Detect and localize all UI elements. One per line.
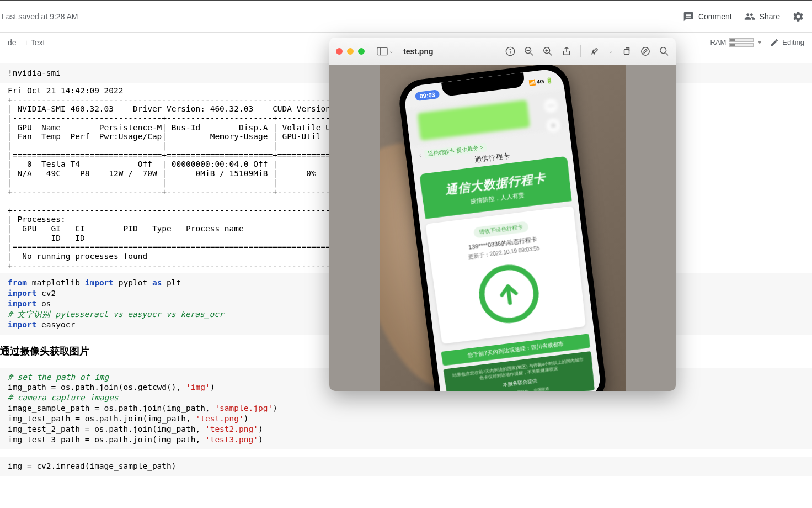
markup-dropdown-icon[interactable]: ⌄ [608,48,613,54]
preview-image-area: 09:03 📶 4G 🔋 ⋯ × ‹ 通信行程卡 提供服务 > [329,65,676,391]
ram-label: RAM [710,38,726,46]
share-button-preview[interactable] [562,46,571,56]
more-icon: ⋯ [542,97,559,114]
info-button[interactable] [505,46,515,56]
editing-label: Editing [782,38,804,46]
back-icon: ‹ [419,152,421,158]
close-icon: × [544,117,562,134]
share-icon-preview [562,46,571,56]
phone-signal-icons: 📶 4G 🔋 [528,77,553,86]
info-icon [505,46,515,56]
phone-time: 09:03 [415,89,440,101]
share-label: Share [760,12,780,21]
header-actions: Comment Share [683,10,804,23]
sidebar-icon [377,47,388,56]
search-button[interactable] [659,46,669,56]
search-icon [659,46,669,56]
share-icon [744,11,755,22]
minimize-window-button[interactable] [347,48,354,55]
svg-line-15 [666,52,669,55]
preview-toolbar: ⌄ [505,45,669,57]
preview-window[interactable]: ⌄ test.png ⌄ 09:03 📶 4G 🔋 [329,38,676,391]
pencil-tip-icon [590,46,600,56]
ram-bars [729,38,754,47]
add-code-button[interactable]: de [8,38,17,47]
phone-mockup: 09:03 📶 4G 🔋 ⋯ × ‹ 通信行程卡 提供服务 > [397,65,608,391]
preview-titlebar[interactable]: ⌄ test.png ⌄ [329,38,676,65]
zoom-out-icon [524,46,534,56]
comment-button[interactable]: Comment [683,11,732,22]
maximize-window-button[interactable] [358,48,365,55]
dropdown-icon: ▼ [757,39,762,45]
zoom-out-button[interactable] [524,46,534,56]
rotate-icon [622,46,632,56]
green-arrow-badge [476,261,542,326]
travel-ticket: 请收下绿色行程卡 139****0336的动态行程卡 更新于：2022.10.1… [425,206,586,344]
add-text-button[interactable]: + Text [24,38,45,47]
svg-line-9 [549,52,552,55]
comment-icon [683,11,694,22]
zoom-in-button[interactable] [543,46,553,56]
gear-icon [792,10,804,23]
code-cell-4[interactable]: img = cv2.imread(image_sample_path) [0,457,812,476]
svg-line-6 [531,52,533,55]
traffic-lights [336,48,365,55]
sidebar-toggle-button[interactable]: ⌄ [377,47,393,56]
svg-rect-12 [624,49,629,54]
chevron-down-icon: ⌄ [389,48,393,54]
svg-point-14 [660,47,666,53]
settings-button[interactable] [792,10,804,23]
ticket-label: 请收下绿色行程卡 [473,221,529,239]
markup-button[interactable] [590,46,600,56]
last-saved-text[interactable]: Last saved at 9:28 AM [2,12,78,21]
pencil-icon [770,38,779,47]
add-text-label: Text [31,38,45,47]
highlight-icon [640,46,650,56]
share-button[interactable]: Share [744,11,780,22]
ram-indicator[interactable]: RAM ▼ [710,38,762,47]
svg-rect-0 [377,47,387,55]
editing-mode-button[interactable]: Editing [770,38,804,47]
preview-filename: test.png [403,47,433,56]
comment-label: Comment [698,12,732,21]
arrow-up-icon [494,279,524,309]
svg-point-4 [510,49,510,49]
zoom-in-icon [543,46,553,56]
photo-content: 09:03 📶 4G 🔋 ⋯ × ‹ 通信行程卡 提供服务 > [380,65,626,391]
highlight-button[interactable] [640,46,650,56]
header-bar: Last saved at 9:28 AM Comment Share [0,1,812,33]
rotate-button[interactable] [622,46,632,56]
close-window-button[interactable] [336,48,343,55]
